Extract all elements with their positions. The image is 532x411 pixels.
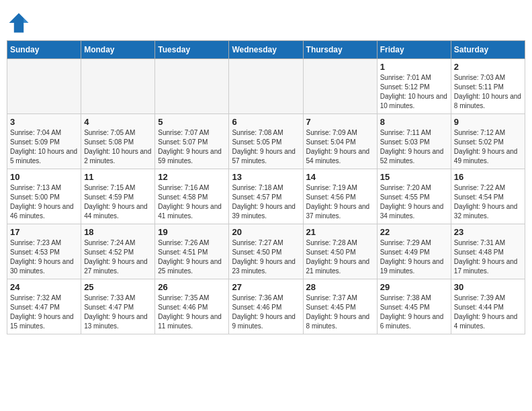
day-number: 21 xyxy=(306,227,374,237)
weekday-header: Monday xyxy=(81,41,155,59)
calendar-header-row: SundayMondayTuesdayWednesdayThursdayFrid… xyxy=(7,41,525,59)
calendar-cell: 8Sunrise: 7:11 AM Sunset: 5:03 PM Daylig… xyxy=(377,114,451,169)
logo xyxy=(7,11,34,35)
day-number: 13 xyxy=(232,172,300,182)
calendar-cell xyxy=(303,59,377,114)
calendar-cell xyxy=(155,59,229,114)
day-number: 10 xyxy=(10,172,78,182)
day-info: Sunrise: 7:12 AM Sunset: 5:02 PM Dayligh… xyxy=(454,128,522,166)
day-info: Sunrise: 7:15 AM Sunset: 4:59 PM Dayligh… xyxy=(84,183,152,221)
calendar-cell: 9Sunrise: 7:12 AM Sunset: 5:02 PM Daylig… xyxy=(451,114,525,169)
calendar-week-row: 1Sunrise: 7:01 AM Sunset: 5:12 PM Daylig… xyxy=(7,59,525,114)
day-number: 23 xyxy=(454,227,522,237)
calendar-cell: 12Sunrise: 7:16 AM Sunset: 4:58 PM Dayli… xyxy=(155,169,229,224)
day-number: 6 xyxy=(232,117,300,127)
calendar-cell: 29Sunrise: 7:38 AM Sunset: 4:45 PM Dayli… xyxy=(377,279,451,334)
calendar-cell xyxy=(81,59,155,114)
day-info: Sunrise: 7:22 AM Sunset: 4:54 PM Dayligh… xyxy=(454,183,522,221)
day-number: 7 xyxy=(306,117,374,127)
calendar-cell: 6Sunrise: 7:08 AM Sunset: 5:05 PM Daylig… xyxy=(229,114,303,169)
calendar-cell: 26Sunrise: 7:35 AM Sunset: 4:46 PM Dayli… xyxy=(155,279,229,334)
day-number: 8 xyxy=(380,117,448,127)
day-info: Sunrise: 7:07 AM Sunset: 5:07 PM Dayligh… xyxy=(158,128,226,166)
day-info: Sunrise: 7:05 AM Sunset: 5:08 PM Dayligh… xyxy=(84,128,152,166)
day-info: Sunrise: 7:04 AM Sunset: 5:09 PM Dayligh… xyxy=(10,128,78,166)
day-number: 22 xyxy=(380,227,448,237)
calendar-cell xyxy=(229,59,303,114)
calendar-week-row: 3Sunrise: 7:04 AM Sunset: 5:09 PM Daylig… xyxy=(7,114,525,169)
calendar-week-row: 17Sunrise: 7:23 AM Sunset: 4:53 PM Dayli… xyxy=(7,224,525,279)
calendar-cell: 17Sunrise: 7:23 AM Sunset: 4:53 PM Dayli… xyxy=(7,224,81,279)
day-number: 25 xyxy=(84,282,152,292)
calendar-cell: 14Sunrise: 7:19 AM Sunset: 4:56 PM Dayli… xyxy=(303,169,377,224)
weekday-header: Friday xyxy=(377,41,451,59)
weekday-header: Wednesday xyxy=(229,41,303,59)
day-number: 24 xyxy=(10,282,78,292)
calendar-body: 1Sunrise: 7:01 AM Sunset: 5:12 PM Daylig… xyxy=(7,59,525,334)
day-number: 27 xyxy=(232,282,300,292)
weekday-header: Saturday xyxy=(451,41,525,59)
day-info: Sunrise: 7:29 AM Sunset: 4:49 PM Dayligh… xyxy=(380,238,448,276)
day-info: Sunrise: 7:39 AM Sunset: 4:44 PM Dayligh… xyxy=(454,293,522,331)
logo-icon xyxy=(7,11,31,35)
calendar-cell: 7Sunrise: 7:09 AM Sunset: 5:04 PM Daylig… xyxy=(303,114,377,169)
calendar-cell: 11Sunrise: 7:15 AM Sunset: 4:59 PM Dayli… xyxy=(81,169,155,224)
day-info: Sunrise: 7:11 AM Sunset: 5:03 PM Dayligh… xyxy=(380,128,448,166)
day-number: 1 xyxy=(380,62,448,72)
calendar-cell: 30Sunrise: 7:39 AM Sunset: 4:44 PM Dayli… xyxy=(451,279,525,334)
day-number: 9 xyxy=(454,117,522,127)
day-info: Sunrise: 7:08 AM Sunset: 5:05 PM Dayligh… xyxy=(232,128,300,166)
weekday-header: Tuesday xyxy=(155,41,229,59)
calendar-cell: 19Sunrise: 7:26 AM Sunset: 4:51 PM Dayli… xyxy=(155,224,229,279)
day-number: 14 xyxy=(306,172,374,182)
calendar-cell: 2Sunrise: 7:03 AM Sunset: 5:11 PM Daylig… xyxy=(451,59,525,114)
day-number: 4 xyxy=(84,117,152,127)
day-number: 20 xyxy=(232,227,300,237)
day-info: Sunrise: 7:37 AM Sunset: 4:45 PM Dayligh… xyxy=(306,293,374,331)
day-number: 18 xyxy=(84,227,152,237)
day-info: Sunrise: 7:33 AM Sunset: 4:47 PM Dayligh… xyxy=(84,293,152,331)
weekday-header: Thursday xyxy=(303,41,377,59)
day-number: 16 xyxy=(454,172,522,182)
day-info: Sunrise: 7:38 AM Sunset: 4:45 PM Dayligh… xyxy=(380,293,448,331)
calendar-cell xyxy=(7,59,81,114)
calendar-cell: 25Sunrise: 7:33 AM Sunset: 4:47 PM Dayli… xyxy=(81,279,155,334)
calendar-table: SundayMondayTuesdayWednesdayThursdayFrid… xyxy=(7,40,525,334)
calendar-cell: 28Sunrise: 7:37 AM Sunset: 4:45 PM Dayli… xyxy=(303,279,377,334)
day-info: Sunrise: 7:19 AM Sunset: 4:56 PM Dayligh… xyxy=(306,183,374,221)
day-info: Sunrise: 7:23 AM Sunset: 4:53 PM Dayligh… xyxy=(10,238,78,276)
weekday-header: Sunday xyxy=(7,41,81,59)
day-number: 5 xyxy=(158,117,226,127)
calendar-cell: 4Sunrise: 7:05 AM Sunset: 5:08 PM Daylig… xyxy=(81,114,155,169)
calendar-cell: 20Sunrise: 7:27 AM Sunset: 4:50 PM Dayli… xyxy=(229,224,303,279)
day-number: 3 xyxy=(10,117,78,127)
day-number: 29 xyxy=(380,282,448,292)
day-number: 17 xyxy=(10,227,78,237)
calendar-cell: 5Sunrise: 7:07 AM Sunset: 5:07 PM Daylig… xyxy=(155,114,229,169)
calendar-cell: 10Sunrise: 7:13 AM Sunset: 5:00 PM Dayli… xyxy=(7,169,81,224)
calendar-week-row: 10Sunrise: 7:13 AM Sunset: 5:00 PM Dayli… xyxy=(7,169,525,224)
day-number: 11 xyxy=(84,172,152,182)
day-info: Sunrise: 7:28 AM Sunset: 4:50 PM Dayligh… xyxy=(306,238,374,276)
day-number: 2 xyxy=(454,62,522,72)
day-number: 30 xyxy=(454,282,522,292)
day-number: 26 xyxy=(158,282,226,292)
day-info: Sunrise: 7:35 AM Sunset: 4:46 PM Dayligh… xyxy=(158,293,226,331)
calendar-cell: 24Sunrise: 7:32 AM Sunset: 4:47 PM Dayli… xyxy=(7,279,81,334)
calendar-cell: 18Sunrise: 7:24 AM Sunset: 4:52 PM Dayli… xyxy=(81,224,155,279)
day-info: Sunrise: 7:36 AM Sunset: 4:46 PM Dayligh… xyxy=(232,293,300,331)
calendar-cell: 1Sunrise: 7:01 AM Sunset: 5:12 PM Daylig… xyxy=(377,59,451,114)
calendar-cell: 22Sunrise: 7:29 AM Sunset: 4:49 PM Dayli… xyxy=(377,224,451,279)
day-info: Sunrise: 7:20 AM Sunset: 4:55 PM Dayligh… xyxy=(380,183,448,221)
day-info: Sunrise: 7:24 AM Sunset: 4:52 PM Dayligh… xyxy=(84,238,152,276)
day-number: 28 xyxy=(306,282,374,292)
day-info: Sunrise: 7:16 AM Sunset: 4:58 PM Dayligh… xyxy=(158,183,226,221)
day-number: 12 xyxy=(158,172,226,182)
day-info: Sunrise: 7:03 AM Sunset: 5:11 PM Dayligh… xyxy=(454,73,522,111)
day-number: 15 xyxy=(380,172,448,182)
day-info: Sunrise: 7:13 AM Sunset: 5:00 PM Dayligh… xyxy=(10,183,78,221)
calendar-cell: 27Sunrise: 7:36 AM Sunset: 4:46 PM Dayli… xyxy=(229,279,303,334)
page-header xyxy=(7,7,525,35)
calendar-cell: 23Sunrise: 7:31 AM Sunset: 4:48 PM Dayli… xyxy=(451,224,525,279)
day-info: Sunrise: 7:27 AM Sunset: 4:50 PM Dayligh… xyxy=(232,238,300,276)
